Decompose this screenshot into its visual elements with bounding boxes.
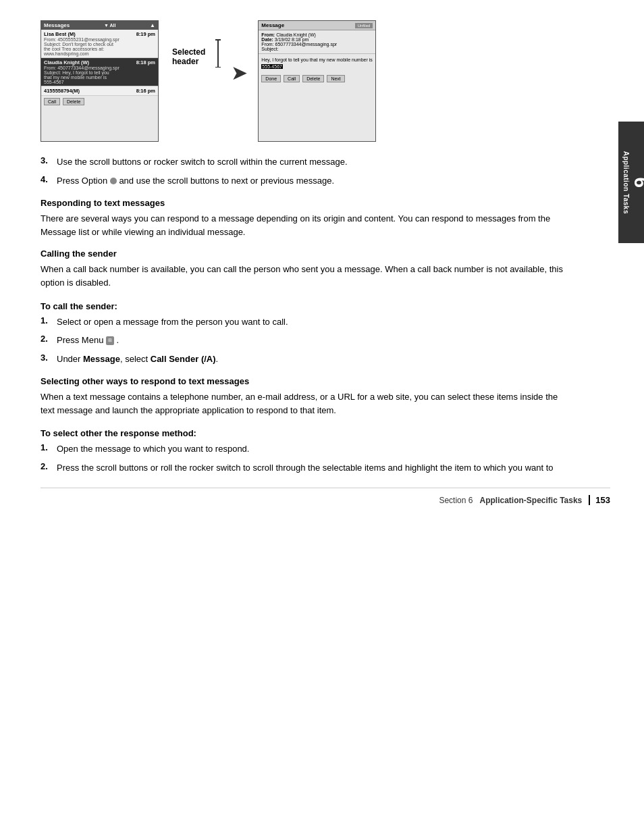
footer-section-label: Section 6 xyxy=(439,496,473,505)
content-section: 3. Use the scroll buttons or rocker swit… xyxy=(41,155,603,474)
done-button[interactable]: Done xyxy=(261,75,281,82)
sidebar-section-number: 6 xyxy=(630,177,644,188)
to-select-1-text: Open the message to which you want to re… xyxy=(57,442,563,456)
delete-detail-button[interactable]: Delete xyxy=(302,75,324,82)
to-call-1-number: 1. xyxy=(41,315,51,325)
date-line: Date: 3/19/02 8:18 pm xyxy=(261,37,373,42)
arrow-icon: ➤ xyxy=(231,61,248,84)
call-detail-button[interactable]: Call xyxy=(284,75,300,82)
responding-heading: Responding to text messages xyxy=(41,198,563,208)
call-sender-bold: Call Sender (/A) xyxy=(151,354,216,364)
subject-line: Subject: xyxy=(261,47,373,51)
selected-message-header: Claudia Knight (W) 8:18 pm xyxy=(44,59,155,66)
annotation-wrapper: Selectedheader xyxy=(172,20,221,68)
to-call-2-text: Press Menu ⊞ . xyxy=(57,334,563,347)
detail-body: Hey, I forgot to tell you that my new mo… xyxy=(259,54,375,73)
messages-screen: Messages ▼ All ▲ Lisa Best (M) 8:19 pm F… xyxy=(41,20,159,142)
selected-sender: Claudia Knight (W) xyxy=(44,59,89,66)
message-item-3[interactable]: 4155558794(M) 8:16 pm xyxy=(41,86,158,96)
page-footer: Section 6 Application-Specific Tasks 153 xyxy=(41,488,610,505)
to-select-2-number: 2. xyxy=(41,461,51,471)
selecting-other-heading: Selecting other ways to respond to text … xyxy=(41,376,563,386)
message-item[interactable]: Lisa Best (M) 8:19 pm From: 4505555231@m… xyxy=(41,30,158,58)
menu-icon: ⊞ xyxy=(106,336,114,345)
date-value: 3/19/02 8:18 pm xyxy=(275,37,309,42)
numbered-item-3: 3. Use the scroll buttons or rocker swit… xyxy=(41,155,563,169)
calling-paragraph: When a call back number is available, yo… xyxy=(41,263,563,290)
to-select-1-number: 1. xyxy=(41,442,51,452)
sender-name: Lisa Best (M) xyxy=(44,31,76,37)
item-4-text: Press Option and use the scroll buttons … xyxy=(57,174,563,188)
detail-from-section: From: Claudia Knight (W) Date: 3/19/02 8… xyxy=(259,30,375,54)
selected-header-label: Selectedheader xyxy=(172,20,212,66)
option-circle-icon xyxy=(110,178,117,184)
messages-screen-header: Messages ▼ All ▲ xyxy=(41,21,158,30)
to-call-item-3: 3. Under Message, select Call Sender (/A… xyxy=(41,353,563,366)
to-call-3-text: Under Message, select Call Sender (/A). xyxy=(57,353,563,366)
from-label: From: xyxy=(261,32,276,37)
message-time: 8:19 pm xyxy=(136,31,155,37)
detail-screen-footer: Done Call Delete Next xyxy=(259,73,375,84)
selected-message-body: From: 4507773344@messaging.spr Subject: … xyxy=(44,66,155,84)
time-3: 8:16 pm xyxy=(136,88,155,94)
sender-3: 4155558794(M) xyxy=(44,88,80,94)
to-select-item-1: 1. Open the message to which you want to… xyxy=(41,442,563,456)
item-4-number: 4. xyxy=(41,174,51,184)
to-call-3-number: 3. xyxy=(41,353,51,363)
message-item-3-header: 4155558794(M) 8:16 pm xyxy=(44,88,155,94)
selecting-other-paragraph: When a text message contains a telephone… xyxy=(41,390,563,417)
to-call-item-1: 1. Select or open a message from the per… xyxy=(41,315,563,329)
to-call-item-2: 2. Press Menu ⊞ . xyxy=(41,334,563,347)
scroll-indicator: ▲ xyxy=(150,22,155,28)
to-call-1-text: Select or open a message from the person… xyxy=(57,315,563,329)
address-line: From: 6507773344@messaging.spr xyxy=(261,42,373,47)
sidebar-tab: Application Tasks 6 xyxy=(618,122,644,243)
arrow-container: ➤ xyxy=(231,20,248,84)
call-button[interactable]: Call xyxy=(44,98,60,105)
to-call-heading: To call the sender: xyxy=(41,301,563,311)
from-line: From: Claudia Knight (W) xyxy=(261,32,373,37)
delete-button[interactable]: Delete xyxy=(63,98,84,105)
messages-screen-footer: Call Delete xyxy=(41,96,158,107)
to-select-2-text: Press the scroll buttons or roll the roc… xyxy=(57,461,563,475)
detail-title: Message xyxy=(261,22,284,28)
detail-screen-header: Message Unfiled xyxy=(259,21,375,30)
next-button[interactable]: Next xyxy=(327,75,344,82)
message-detail-screen: Message Unfiled From: Claudia Knight (W)… xyxy=(258,20,376,142)
highlighted-number: 555-4567 xyxy=(261,64,283,69)
to-select-heading: To select other the response method: xyxy=(41,428,563,438)
numbered-item-4: 4. Press Option and use the scroll butto… xyxy=(41,174,563,188)
to-select-item-2: 2. Press the scroll buttons or roll the … xyxy=(41,461,563,475)
message-item-header: Lisa Best (M) 8:19 pm xyxy=(44,31,155,37)
screenshot-section: Messages ▼ All ▲ Lisa Best (M) 8:19 pm F… xyxy=(41,20,576,142)
footer-page-number: 153 xyxy=(589,495,610,505)
selected-time: 8:18 pm xyxy=(136,59,155,66)
message-bold: Message xyxy=(83,354,120,364)
to-call-2-number: 2. xyxy=(41,334,51,344)
item-3-number: 3. xyxy=(41,155,51,165)
message-item-selected[interactable]: Claudia Knight (W) 8:18 pm From: 4507773… xyxy=(41,58,158,86)
messages-filter: ▼ All xyxy=(104,23,116,28)
item-3-text: Use the scroll buttons or rocker switch … xyxy=(57,155,563,169)
date-label: Date: xyxy=(261,37,274,42)
from-value: Claudia Knight (W) xyxy=(276,32,316,37)
selected-header-text: Selectedheader xyxy=(172,47,205,66)
footer-title: Application-Specific Tasks xyxy=(479,496,582,505)
sidebar-section-label: Application Tasks xyxy=(622,151,630,213)
messages-title: Messages xyxy=(44,22,70,28)
calling-heading: Calling the sender xyxy=(41,249,563,259)
unfiled-button[interactable]: Unfiled xyxy=(355,23,373,28)
message-item-body: From: 4505555231@messaging.spr Subject: … xyxy=(44,37,155,56)
responding-paragraph: There are several ways you can respond t… xyxy=(41,212,563,239)
